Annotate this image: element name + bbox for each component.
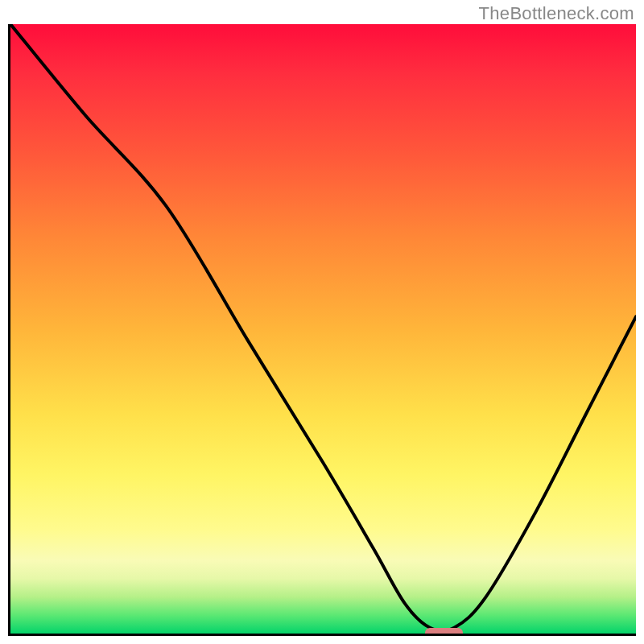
- bottleneck-curve: [10, 24, 636, 634]
- optimal-range-marker: [425, 628, 463, 636]
- plot-area: [8, 24, 636, 636]
- curve-path: [10, 24, 636, 631]
- watermark-text: TheBottleneck.com: [479, 3, 634, 24]
- chart-container: TheBottleneck.com: [0, 0, 644, 644]
